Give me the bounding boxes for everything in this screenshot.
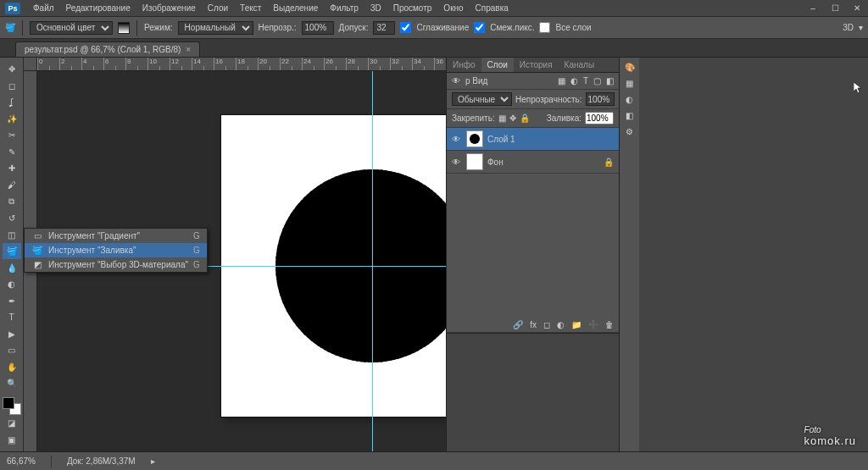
document-tab-title: результат.psd @ 66,7% (Слой 1, RGB/8) xyxy=(25,45,181,54)
document-tab[interactable]: результат.psd @ 66,7% (Слой 1, RGB/8) × xyxy=(15,41,200,57)
fill-source-select[interactable]: Основной цвет xyxy=(30,21,113,35)
swatches-panel-icon[interactable]: ▦ xyxy=(626,79,633,88)
hand-tool[interactable]: ✋ xyxy=(3,359,21,376)
adjustment-layer-icon[interactable]: ◐ xyxy=(557,320,565,329)
flyout-item-2[interactable]: ◩Инструмент "Выбор 3D-материала"G xyxy=(25,257,207,272)
mode-label: Режим: xyxy=(144,23,173,32)
workspace-switcher-icon[interactable]: ▾ xyxy=(859,23,863,32)
close-button[interactable]: ✕ xyxy=(846,0,868,15)
flyout-item-0[interactable]: ▭Инструмент "Градиент"G xyxy=(25,229,207,243)
fg-color-swatch[interactable] xyxy=(3,397,14,409)
contiguous-checkbox[interactable] xyxy=(474,22,485,33)
layer-blend-mode-select[interactable]: Обычные xyxy=(452,92,512,106)
magic-wand-tool[interactable]: ✨ xyxy=(3,111,21,128)
zoom-tool[interactable]: 🔍 xyxy=(3,375,21,392)
maximize-button[interactable]: ☐ xyxy=(824,0,846,15)
zoom-level[interactable]: 66,67% xyxy=(7,456,36,466)
lasso-tool[interactable]: ʆ xyxy=(3,94,21,111)
panel-tab-1[interactable]: Слои xyxy=(481,58,514,72)
quick-mask-toggle[interactable]: ◪ xyxy=(3,415,21,432)
ruler-tick: 4 xyxy=(81,58,103,70)
tab-close-icon[interactable]: × xyxy=(186,45,191,54)
styles-panel-icon[interactable]: ◧ xyxy=(626,111,633,120)
menu-item-1[interactable]: Редактирование xyxy=(60,3,136,13)
brush-tool[interactable]: 🖌 xyxy=(3,177,21,194)
menu-item-9[interactable]: Окно xyxy=(437,3,469,13)
crop-tool[interactable]: ✂ xyxy=(3,127,21,144)
screen-mode-toggle[interactable]: ▣ xyxy=(3,432,21,449)
visibility-icon[interactable]: 👁 xyxy=(452,158,462,167)
properties-panel-icon[interactable]: ⚙ xyxy=(626,127,633,136)
healing-brush-tool[interactable]: ✚ xyxy=(3,160,21,177)
menu-item-8[interactable]: Просмотр xyxy=(387,3,438,13)
blend-mode-select[interactable]: Нормальный xyxy=(178,21,253,35)
lock-label: Закрепить: xyxy=(452,113,495,123)
layer-fx-icon[interactable]: fx xyxy=(530,320,537,329)
move-tool[interactable]: ✥ xyxy=(3,61,21,78)
filter-adjust-icon[interactable]: ◐ xyxy=(570,76,578,86)
panel-tab-2[interactable]: История xyxy=(514,58,559,72)
menu-item-5[interactable]: Выделение xyxy=(267,3,324,13)
lock-position-icon[interactable]: ✥ xyxy=(509,113,516,123)
panel-tab-3[interactable]: Каналы xyxy=(559,58,601,72)
ruler-tick: 30 xyxy=(368,58,390,70)
menu-item-10[interactable]: Справка xyxy=(470,3,515,13)
layer-opacity-input[interactable] xyxy=(586,92,615,106)
marquee-tool[interactable]: ◻ xyxy=(3,78,21,95)
history-brush-tool[interactable]: ↺ xyxy=(3,210,21,227)
status-arrow-icon[interactable]: ▸ xyxy=(151,456,155,466)
color-panel-icon[interactable]: 🎨 xyxy=(625,63,635,72)
visibility-icon[interactable]: 👁 xyxy=(452,135,462,144)
layer-name[interactable]: Слой 1 xyxy=(487,135,515,144)
filter-type-icon[interactable]: T xyxy=(583,76,588,86)
delete-layer-icon[interactable]: 🗑 xyxy=(605,320,614,329)
new-layer-icon[interactable]: ➕ xyxy=(588,320,598,329)
layer-row[interactable]: 👁Фон🔒 xyxy=(447,151,619,174)
pen-tool[interactable]: ✒ xyxy=(3,292,21,309)
workspace-label[interactable]: 3D xyxy=(843,23,854,32)
eraser-tool[interactable]: ◫ xyxy=(3,226,21,243)
all-layers-checkbox[interactable] xyxy=(539,22,550,33)
clone-stamp-tool[interactable]: ⧉ xyxy=(3,193,21,210)
antialias-checkbox[interactable] xyxy=(400,22,411,33)
guide-vertical[interactable] xyxy=(372,71,373,451)
layer-group-icon[interactable]: 📁 xyxy=(571,320,581,329)
document-size[interactable]: Док: 2,86M/3,37M xyxy=(67,456,136,466)
lock-pixels-icon[interactable]: ▦ xyxy=(498,113,506,123)
ruler-tick: 20 xyxy=(258,58,280,70)
flyout-item-1[interactable]: 🪣Инструмент "Заливка"G xyxy=(25,243,207,257)
panel-tab-0[interactable]: Инфо xyxy=(447,58,481,72)
menu-item-0[interactable]: Файл xyxy=(27,3,60,13)
bucket-tool[interactable]: 🪣 xyxy=(3,243,21,260)
layer-thumbnail[interactable] xyxy=(466,153,483,170)
filter-pixel-icon[interactable]: ▦ xyxy=(558,76,565,86)
minimize-button[interactable]: – xyxy=(802,0,824,15)
menu-item-3[interactable]: Слои xyxy=(202,3,234,13)
adjustments-panel-icon[interactable]: ◐ xyxy=(626,95,633,104)
layer-thumbnail[interactable] xyxy=(466,130,483,147)
filter-shape-icon[interactable]: ▢ xyxy=(593,76,601,86)
menu-item-7[interactable]: 3D xyxy=(364,3,387,13)
path-select-tool[interactable]: ▶ xyxy=(3,326,21,343)
filter-smart-icon[interactable]: ◧ xyxy=(606,76,614,86)
link-layers-icon[interactable]: 🔗 xyxy=(513,320,523,329)
ruler-tick: 26 xyxy=(324,58,346,70)
menu-item-2[interactable]: Изображение xyxy=(136,3,202,13)
menu-item-6[interactable]: Фильтр xyxy=(324,3,364,13)
fill-color-swatch[interactable] xyxy=(118,22,130,34)
eyedropper-tool[interactable]: ✎ xyxy=(3,144,21,161)
menu-item-4[interactable]: Текст xyxy=(234,3,267,13)
layer-mask-icon[interactable]: ◻ xyxy=(543,320,550,329)
layer-row[interactable]: 👁Слой 1 xyxy=(447,128,619,151)
layer-name[interactable]: Фон xyxy=(487,158,504,167)
ruler-tick: 0 xyxy=(37,58,59,70)
dodge-tool[interactable]: ◐ xyxy=(3,276,21,293)
shape-tool[interactable]: ▭ xyxy=(3,342,21,359)
type-tool[interactable]: T xyxy=(3,309,21,326)
opacity-input[interactable] xyxy=(302,21,334,35)
lock-all-icon[interactable]: 🔒 xyxy=(520,113,530,123)
blur-tool[interactable]: 💧 xyxy=(3,259,21,276)
fill-input[interactable] xyxy=(585,112,614,124)
tolerance-input[interactable] xyxy=(373,21,395,35)
color-swatches[interactable] xyxy=(3,397,21,415)
